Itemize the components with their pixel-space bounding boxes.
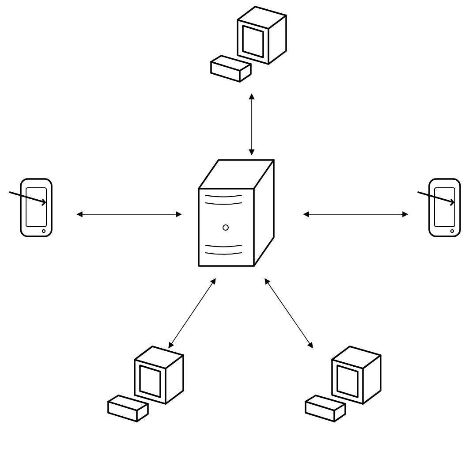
server-icon [199,160,274,266]
edge-center-bottom-left [170,281,214,346]
tablet-icon [10,179,52,236]
desktop-icon [211,7,286,82]
desktop-icon [306,346,381,422]
network-diagram [0,0,476,452]
edge-center-bottom-right [266,281,311,346]
connections [79,96,405,346]
desktop-icon [108,346,183,422]
tablet-icon [418,179,460,236]
